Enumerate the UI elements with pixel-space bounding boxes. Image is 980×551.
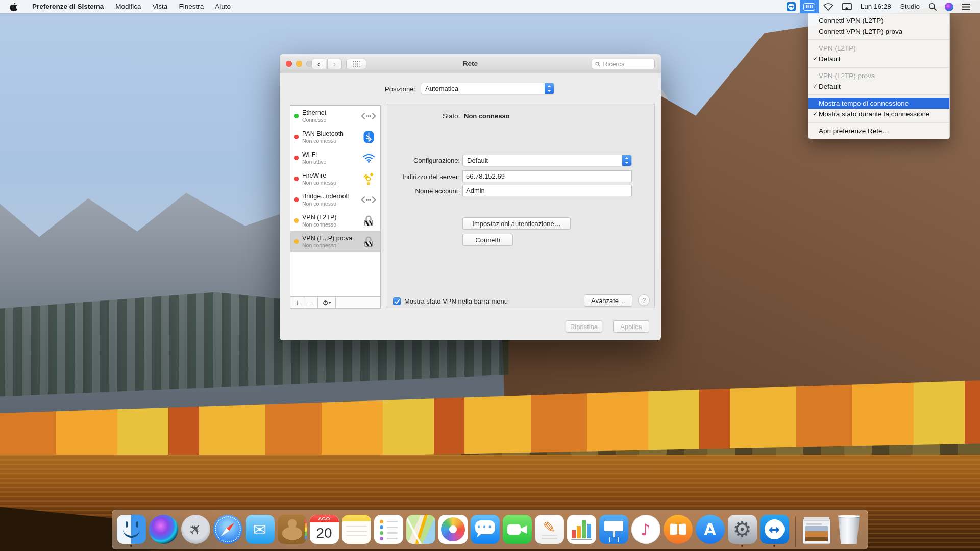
wifi-off-icon[interactable] bbox=[819, 0, 838, 13]
chevron-down-icon: ▾ bbox=[329, 300, 331, 305]
help-button[interactable]: ? bbox=[638, 294, 650, 306]
desktop: Preferenze di SistemaModificaVistaFinest… bbox=[0, 0, 980, 551]
menubar-user[interactable]: Studio bbox=[896, 0, 924, 13]
service-name: VPN (L2TP) bbox=[302, 214, 361, 221]
sidebar-service-item[interactable]: FireWire Non connesso bbox=[290, 168, 380, 189]
dock-safari-icon[interactable] bbox=[213, 515, 242, 547]
siri-menu-icon[interactable] bbox=[941, 0, 958, 13]
action-menu-button[interactable]: ⚙▾ bbox=[318, 297, 336, 308]
menu-aiuto[interactable]: Aiuto bbox=[209, 3, 236, 10]
dock-appstore-icon[interactable] bbox=[695, 515, 725, 547]
show-all-button[interactable] bbox=[346, 59, 366, 69]
dock-launchpad-icon[interactable] bbox=[181, 515, 210, 547]
status-dot bbox=[294, 156, 299, 160]
dock-facetime-icon[interactable] bbox=[502, 515, 532, 547]
dock-itunes-icon[interactable] bbox=[631, 515, 660, 547]
sidebar-service-item[interactable]: Wi-Fi Non attivo bbox=[290, 147, 380, 168]
status-label: Stato: bbox=[387, 112, 460, 120]
minimize-button[interactable] bbox=[296, 61, 302, 67]
bluetooth-icon bbox=[363, 131, 374, 143]
status-dot bbox=[294, 197, 299, 202]
menu-preferenze-di-sistema[interactable]: Preferenze di Sistema bbox=[27, 3, 110, 10]
menu-vista[interactable]: Vista bbox=[147, 3, 174, 10]
authentication-settings-button[interactable]: Impostazioni autenticazione… bbox=[462, 217, 571, 230]
display-mirroring-icon[interactable] bbox=[838, 0, 856, 13]
dock-system-preferences-icon[interactable] bbox=[727, 515, 757, 547]
forward-button[interactable]: › bbox=[327, 59, 342, 69]
window-titlebar[interactable]: ‹ › Rete bbox=[280, 54, 661, 73]
vpn-menu-item[interactable]: Apri preferenze Rete… bbox=[808, 126, 949, 136]
add-service-button[interactable]: + bbox=[290, 297, 304, 308]
sidebar-service-item[interactable]: PAN Bluetooth Non connesso bbox=[290, 127, 380, 147]
sidebar-service-item[interactable]: Bridge...nderbolt Non connesso bbox=[290, 189, 380, 210]
dock-trash-icon[interactable] bbox=[834, 515, 864, 547]
apple-menu[interactable] bbox=[0, 3, 27, 11]
configuration-label: Configurazione: bbox=[387, 157, 460, 164]
dock-contacts-icon[interactable] bbox=[277, 515, 307, 547]
apply-button[interactable]: Applica bbox=[613, 320, 649, 333]
dock-messages-icon[interactable] bbox=[470, 515, 500, 547]
dock-keynote-icon[interactable] bbox=[599, 515, 628, 547]
search-field-container bbox=[592, 59, 655, 69]
status-dot bbox=[294, 135, 299, 139]
menubar-clock[interactable]: Lun 16:28 bbox=[856, 0, 896, 13]
account-name-field[interactable] bbox=[462, 185, 632, 196]
vpn-menu-item[interactable]: ✓ Mostra stato durante la connessione bbox=[808, 109, 949, 119]
vpn-status-menu-icon[interactable] bbox=[800, 0, 819, 13]
dock-teamviewer-icon[interactable] bbox=[760, 515, 789, 547]
connect-button[interactable]: Connetti bbox=[462, 234, 513, 246]
remove-service-button[interactable]: − bbox=[304, 297, 318, 308]
vpn-menu-item[interactable]: Connetti VPN (L2TP) prova bbox=[808, 26, 949, 37]
service-name: Wi-Fi bbox=[302, 151, 361, 158]
server-address-field[interactable] bbox=[462, 170, 632, 182]
check-icon: ✓ bbox=[812, 109, 819, 119]
revert-button[interactable]: Ripristina bbox=[566, 320, 602, 333]
check-icon: ✓ bbox=[812, 81, 819, 92]
dock-maps-icon[interactable] bbox=[406, 515, 435, 547]
vpn-menu-item[interactable]: ✓ Default bbox=[808, 81, 949, 92]
teamviewer-menu-icon[interactable] bbox=[782, 0, 800, 13]
dock-notes-icon[interactable] bbox=[341, 515, 371, 547]
dock-reminders-icon[interactable] bbox=[374, 515, 403, 547]
service-name: VPN (L...P) prova bbox=[302, 235, 361, 242]
menu-separator bbox=[808, 94, 949, 95]
menu-finestra[interactable]: Finestra bbox=[173, 3, 209, 10]
service-name: Ethernet bbox=[302, 109, 361, 116]
dock-minimized-window-icon[interactable] bbox=[802, 516, 831, 547]
services-sidebar: Ethernet Connesso PAN Bluetooth Non conn… bbox=[290, 105, 381, 309]
vpn-menu-item[interactable]: Connetti VPN (L2TP) bbox=[808, 15, 949, 26]
sidebar-service-item[interactable]: VPN (L2TP) Non connesso bbox=[290, 210, 380, 231]
lock-icon bbox=[362, 235, 375, 248]
menu-modifica[interactable]: Modifica bbox=[110, 3, 146, 10]
calendar-day: 20 bbox=[310, 522, 339, 544]
running-indicator bbox=[130, 545, 132, 547]
search-input[interactable] bbox=[602, 60, 651, 68]
window-controls bbox=[286, 61, 312, 67]
vpn-menu-item[interactable]: Mostra tempo di connessione bbox=[808, 98, 949, 109]
vpn-menu-item: VPN (L2TP) bbox=[808, 43, 949, 54]
dock-ibooks-icon[interactable] bbox=[663, 515, 693, 547]
configuration-select[interactable]: Default bbox=[462, 155, 632, 166]
vpn-menu-item[interactable]: ✓ Default bbox=[808, 54, 949, 64]
sidebar-service-item[interactable]: Ethernet Connesso bbox=[290, 106, 380, 127]
status-dot bbox=[294, 218, 299, 223]
dock-mail-icon[interactable] bbox=[245, 515, 275, 547]
back-button[interactable]: ‹ bbox=[311, 59, 326, 69]
menu-bar-status-area: Lun 16:28 Studio bbox=[782, 0, 980, 13]
close-button[interactable] bbox=[286, 61, 292, 67]
menu-separator bbox=[808, 39, 949, 40]
dock-siri-icon[interactable] bbox=[149, 515, 178, 547]
dock-photos-icon[interactable] bbox=[438, 515, 468, 547]
location-select[interactable]: Automatica bbox=[421, 83, 554, 94]
location-label: Posizione: bbox=[310, 85, 415, 93]
dock-numbers-icon[interactable] bbox=[567, 515, 596, 547]
advanced-button[interactable]: Avanzate… bbox=[584, 294, 632, 307]
notification-center-icon[interactable] bbox=[958, 0, 975, 13]
status-dot bbox=[294, 177, 299, 181]
spotlight-search-icon[interactable] bbox=[924, 0, 941, 13]
show-vpn-status-checkbox[interactable] bbox=[393, 297, 401, 305]
dock-pages-icon[interactable] bbox=[534, 515, 564, 547]
dock-finder-icon[interactable] bbox=[116, 515, 146, 547]
sidebar-service-item[interactable]: VPN (L...P) prova Non connesso bbox=[290, 231, 380, 252]
dock-calendar-icon[interactable]: AGO 20 bbox=[309, 515, 339, 547]
